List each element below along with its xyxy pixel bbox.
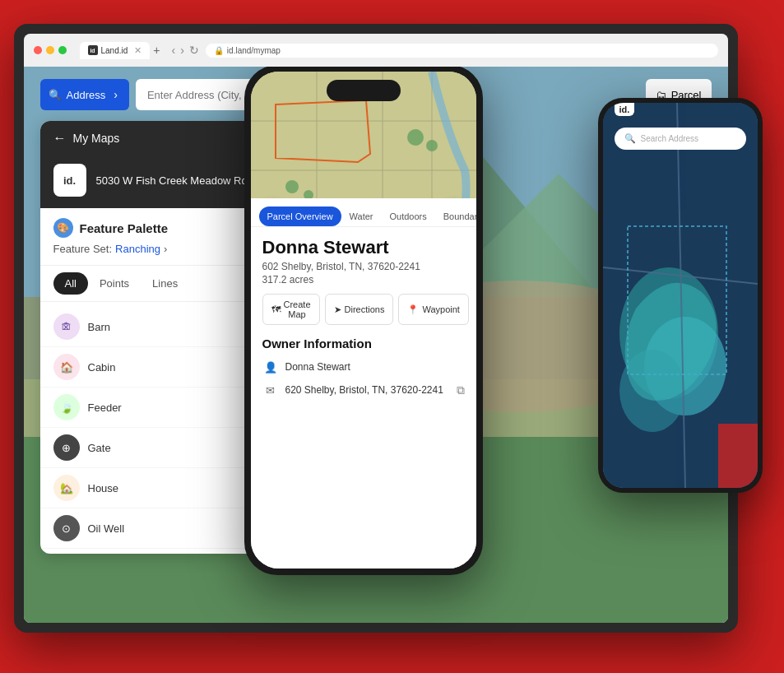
barn-icon: 🏚 (53, 313, 80, 340)
search-icon: 🔍 (624, 133, 636, 144)
house-icon: 🏡 (53, 475, 80, 501)
dynamic-island (327, 80, 401, 101)
address-button[interactable]: 🔍 Address › (40, 79, 129, 110)
browser-chrome: id Land.id ✕ + ‹ › ↻ 🔒 id.land/mymap (24, 34, 728, 67)
directions-icon: ➤ (334, 304, 341, 315)
tab-parcel-overview[interactable]: Parcel Overview (259, 207, 341, 226)
phone-bottom-sheet: Parcel Overview Water Outdoors Boundarie… (251, 198, 476, 569)
tab-boundaries[interactable]: Boundaries (435, 207, 476, 226)
browser-tab[interactable]: id Land.id ✕ (80, 42, 151, 59)
traffic-lights (34, 46, 67, 54)
owner-info-section-title: Owner Information (262, 336, 465, 350)
copy-address-button[interactable]: ⧉ (457, 383, 465, 397)
create-map-button[interactable]: 🗺 Create Map (262, 294, 320, 325)
directions-button[interactable]: ➤ Directions (325, 294, 394, 325)
cabin-icon: 🏠 (53, 354, 80, 380)
feature-set-link[interactable]: Ranching (115, 243, 160, 255)
gate-icon: ⊕ (53, 434, 80, 461)
right-phone-map (603, 103, 758, 488)
person-icon: 👤 (262, 359, 279, 375)
search-placeholder: Search Address (641, 134, 699, 143)
owner-acres: 317.2 acres (262, 274, 465, 285)
svg-rect-27 (718, 424, 758, 488)
lock-icon: 🔒 (214, 46, 224, 55)
owner-address: 602 Shelby, Bristol, TN, 37620-2241 (262, 261, 465, 272)
palette-icon: 🎨 (53, 218, 73, 238)
oilwell-icon: ⊙ (53, 515, 80, 541)
svg-point-16 (285, 180, 299, 193)
back-nav-icon[interactable]: ‹ (172, 44, 176, 57)
new-tab-button[interactable]: + (153, 44, 160, 57)
tab-water-label: Water (350, 211, 373, 221)
forward-nav-icon[interactable]: › (180, 44, 184, 57)
search-icon: 🔍 (49, 89, 62, 101)
phone-center-mockup: ⌄ ••• Parcel Overview Water Outdoors (244, 65, 483, 575)
chevron-right-icon: › (114, 88, 118, 101)
feeder-icon: 🍃 (53, 394, 80, 420)
waypoint-button[interactable]: 📍 Waypoint (398, 294, 468, 325)
owner-info-name-row: 👤 Donna Stewart (262, 359, 465, 375)
svg-point-19 (426, 140, 438, 151)
tab-parcel-overview-label: Parcel Overview (267, 211, 333, 221)
phone-right-mockup: id. 🔍 Search Address (598, 98, 763, 493)
waypoint-label: Waypoint (422, 304, 459, 314)
owner-name: Donna Stewart (262, 237, 465, 258)
phone-tabs: Parcel Overview Water Outdoors Boundarie… (251, 198, 476, 227)
mail-icon: ✉ (262, 382, 279, 398)
address-bar[interactable]: 🔒 id.land/mymap (206, 44, 718, 58)
tab-water[interactable]: Water (341, 207, 382, 226)
tab-title: Land.id (101, 46, 128, 55)
owner-info-address: 620 Shelby, Bristol, TN, 37620-2241 (285, 384, 443, 396)
tab-outdoors-label: Outdoors (390, 211, 427, 221)
phone-right-screen: id. 🔍 Search Address (603, 103, 758, 488)
id-logo: id. (53, 164, 86, 197)
tab-favicon: id (88, 45, 98, 55)
refresh-icon[interactable]: ↻ (189, 44, 199, 57)
minimize-button[interactable] (46, 46, 54, 54)
directions-label: Directions (345, 304, 385, 314)
tab-close-icon[interactable]: ✕ (134, 45, 141, 56)
feature-set-label: Feature Set: (53, 243, 113, 255)
tab-lines[interactable]: Lines (141, 272, 189, 295)
tab-bar: id Land.id ✕ + (80, 42, 160, 59)
waypoint-icon: 📍 (407, 304, 419, 315)
close-button[interactable] (34, 46, 42, 54)
owner-info-name: Donna Stewart (285, 361, 350, 373)
phone-center-screen: ⌄ ••• Parcel Overview Water Outdoors (251, 72, 476, 569)
owner-info-address-row: ✉ 620 Shelby, Bristol, TN, 37620-2241 ⧉ (262, 382, 465, 398)
create-map-icon: 🗺 (271, 304, 281, 314)
tab-points[interactable]: Points (88, 272, 141, 295)
palette-title-text: Feature Palette (80, 221, 169, 235)
action-buttons: 🗺 Create Map ➤ Directions 📍 Waypoint (262, 294, 465, 325)
url-text: id.land/mymap (227, 46, 281, 55)
fullscreen-button[interactable] (58, 46, 67, 54)
tab-outdoors[interactable]: Outdoors (382, 207, 435, 226)
create-map-label: Create Map (284, 299, 311, 319)
tab-boundaries-label: Boundaries (443, 211, 476, 221)
right-phone-search[interactable]: 🔍 Search Address (615, 128, 746, 150)
back-label: My Maps (73, 132, 120, 145)
scene: id Land.id ✕ + ‹ › ↻ 🔒 id.land/mymap (14, 16, 771, 657)
phone-content: Donna Stewart 602 Shelby, Bristol, TN, 3… (251, 227, 476, 415)
right-phone-logo: id. (615, 103, 635, 116)
tab-all[interactable]: All (53, 272, 88, 295)
chevron-right-icon: › (164, 243, 167, 255)
svg-point-18 (407, 129, 424, 146)
back-icon[interactable]: ← (53, 131, 67, 146)
address-btn-label: Address (67, 89, 106, 101)
right-phone-logo-text: id. (619, 104, 630, 114)
logo-text: id. (63, 174, 76, 187)
